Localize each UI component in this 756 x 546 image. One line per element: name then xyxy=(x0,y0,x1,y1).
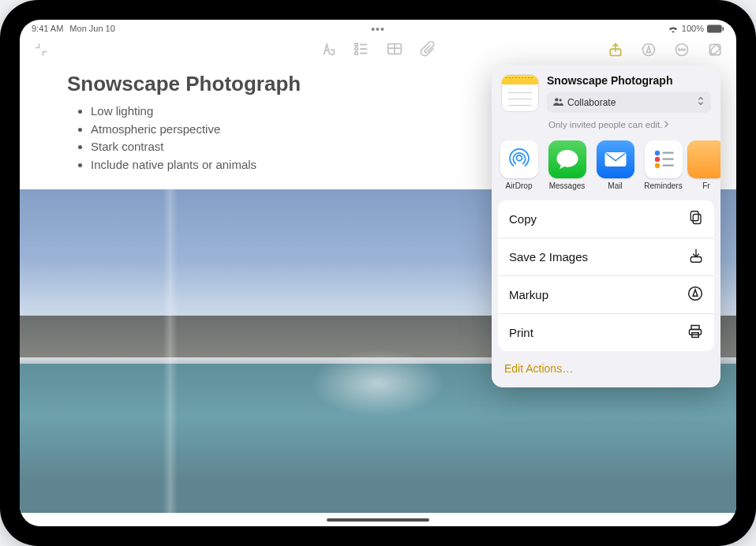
table-icon[interactable] xyxy=(385,39,404,58)
notes-app-icon xyxy=(501,74,539,112)
svg-rect-23 xyxy=(693,215,701,224)
messages-icon xyxy=(548,140,586,178)
svg-rect-24 xyxy=(691,211,698,221)
app-label: Messages xyxy=(549,181,586,190)
share-app-freeform[interactable]: Fr xyxy=(687,140,720,190)
svg-point-3 xyxy=(355,47,358,50)
action-label: Copy xyxy=(509,212,537,226)
home-indicator[interactable] xyxy=(327,518,429,522)
svg-point-2 xyxy=(355,43,358,47)
permission-settings-row[interactable]: Only invited people can edit. xyxy=(547,118,711,129)
svg-point-4 xyxy=(355,52,358,55)
print-icon xyxy=(687,323,703,342)
svg-rect-22 xyxy=(662,164,673,166)
markup-toolbar-icon[interactable] xyxy=(639,40,658,59)
app-label: Mail xyxy=(608,181,622,190)
save-icon xyxy=(689,248,703,266)
chevron-right-icon xyxy=(664,120,668,129)
svg-point-19 xyxy=(654,163,659,168)
svg-point-9 xyxy=(679,49,680,50)
action-save-images[interactable]: Save 2 Images xyxy=(498,238,714,276)
edit-actions-button[interactable]: Edit Actions… xyxy=(492,351,720,387)
wifi-icon xyxy=(668,24,679,33)
screen: 9:41 AM Mon Jun 10 ••• 100% xyxy=(20,20,736,526)
share-sheet-popover: Snowscape Photograph Collaborate xyxy=(492,65,720,387)
note-toolbar xyxy=(20,36,736,64)
ipad-device-frame: 9:41 AM Mon Jun 10 ••• 100% xyxy=(0,0,756,546)
share-item-title: Snowscape Photograph xyxy=(547,74,711,87)
svg-rect-21 xyxy=(662,158,673,159)
attachment-icon[interactable] xyxy=(418,39,437,58)
svg-rect-25 xyxy=(691,257,702,263)
svg-point-18 xyxy=(654,157,659,162)
text-format-icon[interactable] xyxy=(319,39,338,58)
more-icon[interactable] xyxy=(672,40,691,59)
checklist-icon[interactable] xyxy=(352,39,371,58)
svg-point-13 xyxy=(555,98,558,101)
status-date: Mon Jun 10 xyxy=(69,24,114,33)
airdrop-icon xyxy=(500,140,538,178)
markup-icon xyxy=(687,286,703,304)
svg-point-11 xyxy=(684,49,686,50)
battery-percent: 100% xyxy=(682,24,704,33)
share-app-airdrop[interactable]: AirDrop xyxy=(495,140,543,190)
svg-point-10 xyxy=(681,49,683,50)
action-print[interactable]: Print xyxy=(498,314,714,351)
app-label: Reminders xyxy=(644,181,682,190)
status-time: 9:41 AM xyxy=(32,24,63,33)
share-icon[interactable] xyxy=(606,40,625,59)
people-icon xyxy=(553,97,563,108)
action-markup[interactable]: Markup xyxy=(498,276,714,314)
multitask-dots-icon[interactable]: ••• xyxy=(371,23,385,36)
svg-rect-28 xyxy=(690,330,702,335)
status-bar: 9:41 AM Mon Jun 10 ••• 100% xyxy=(20,20,736,36)
share-app-reminders[interactable]: Reminders xyxy=(639,140,687,190)
action-label: Markup xyxy=(509,288,548,301)
copy-icon xyxy=(689,210,703,228)
svg-rect-20 xyxy=(662,151,673,153)
share-app-messages[interactable]: Messages xyxy=(543,140,591,190)
collaborate-label: Collaborate xyxy=(567,97,616,108)
svg-rect-1 xyxy=(722,26,724,30)
battery-icon xyxy=(707,24,724,33)
share-apps-row[interactable]: AirDrop Messages Mail xyxy=(492,136,720,196)
share-sheet-header: Snowscape Photograph Collaborate xyxy=(492,65,720,136)
share-actions-list: Copy Save 2 Images Markup xyxy=(498,200,714,351)
chevron-updown-icon xyxy=(697,95,705,109)
svg-point-14 xyxy=(560,99,562,101)
svg-point-15 xyxy=(516,155,522,161)
exit-fullscreen-icon[interactable] xyxy=(32,40,51,59)
action-label: Print xyxy=(509,326,533,339)
share-app-mail[interactable]: Mail xyxy=(591,140,639,190)
compose-icon[interactable] xyxy=(705,40,724,59)
reminders-icon xyxy=(645,140,683,178)
svg-point-17 xyxy=(654,151,659,155)
collaborate-mode-picker[interactable]: Collaborate xyxy=(547,92,711,113)
action-label: Save 2 Images xyxy=(509,250,588,264)
mail-icon xyxy=(597,140,634,178)
app-label: AirDrop xyxy=(506,181,533,190)
action-copy[interactable]: Copy xyxy=(498,200,714,238)
app-label: Fr xyxy=(702,181,709,190)
freeform-icon xyxy=(687,140,720,178)
svg-rect-0 xyxy=(707,24,722,32)
